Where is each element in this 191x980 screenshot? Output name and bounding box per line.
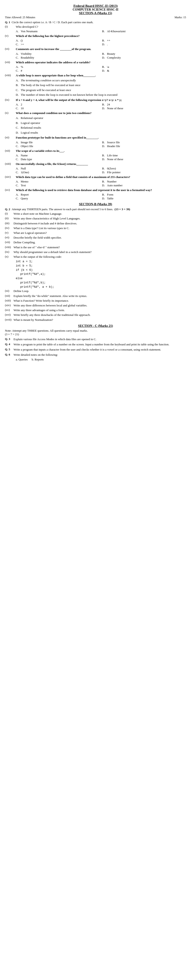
- option-b: B.Beauty: [102, 52, 186, 56]
- header-meta: Time Allowed: 25 Minutes Marks: 15: [5, 16, 186, 19]
- q4-num: Q. 4: [5, 342, 14, 346]
- q1-viii-num: (viii): [5, 73, 16, 77]
- q4-block: Q. 4 Write a program to print the table …: [5, 342, 186, 347]
- note-block: Note: Attempt any THREE questions. All q…: [5, 329, 186, 336]
- option-c: C.#: [16, 69, 100, 73]
- q1-vi-num: (vi): [5, 47, 16, 51]
- page-container: Federal Board HSSC-II (2013) COMPUTER SC…: [5, 4, 186, 361]
- q6-sub-options: a. Queries b. Reports: [16, 358, 186, 361]
- q1-label: Q. 1 Circle the correct option i.e. A / …: [5, 21, 186, 24]
- option-a: A.%: [16, 65, 100, 69]
- option-c: C.1(One): [16, 170, 100, 174]
- q1-xi-text: Function prototype for built-in function…: [16, 135, 186, 140]
- q1-xv-num: (xv): [5, 188, 16, 192]
- q2-xi-text: Define Loop.: [14, 289, 186, 293]
- q1-part-xv: (xv) Which of the following is used to r…: [5, 188, 186, 200]
- q1-xii-text: The scope of a variable refers to its___…: [16, 149, 186, 153]
- option-b: B.Al-Khuwarizmi: [102, 30, 186, 33]
- q2-label: Q. 2 Attempt any THIRTEEN parts. The ans…: [5, 207, 186, 211]
- q2-part-i: (i) Write a short note on Machine Langua…: [5, 212, 186, 216]
- option-d: D.Complexity: [102, 56, 186, 59]
- q1-part-xiii: (xiii) On successfully closing a file, t…: [5, 162, 186, 174]
- q1-xi-num: (xi): [5, 135, 16, 139]
- option-a: A.Von Neumann: [16, 30, 100, 33]
- note-text: Note: Attempt any THREE questions. All q…: [5, 329, 88, 332]
- section-c-heading: SECTION - C (Marks 21): [5, 324, 186, 328]
- option-a: A.Name: [16, 154, 100, 157]
- option-c: C.Readability: [16, 56, 100, 59]
- header: Federal Board HSSC-II (2013) COMPUTER SC…: [5, 4, 186, 19]
- option-a: A.Memo: [16, 180, 100, 183]
- q1-x-num: (x): [5, 111, 16, 115]
- option-c: C.10: [16, 107, 100, 110]
- q1-xiii-text: On successfully closing a file, the fclo…: [16, 162, 186, 166]
- option-b: B.24: [102, 103, 186, 107]
- q1-x-text: What does a compound condition use to jo…: [16, 111, 186, 115]
- marks-label: Marks: 15: [175, 16, 186, 19]
- q2-part-v: (v) What are Logical operators?: [5, 231, 186, 235]
- q1-part-viii: (viii) A while loop is more appropriate …: [5, 73, 186, 97]
- q1-part-x: (x) What does a compound condition use t…: [5, 111, 186, 135]
- q2-xi-num: (xi): [5, 289, 14, 293]
- option-c: C.Object file: [16, 145, 100, 148]
- option-c: C.Text: [16, 184, 100, 187]
- q2-xvii-num: (xvii): [5, 318, 14, 321]
- q2-iii-num: (iii): [5, 221, 14, 225]
- q5-block: Q. 5 Write a program that inputs a chara…: [5, 348, 186, 352]
- q4-text: Write a program to print the table of a …: [14, 342, 186, 347]
- code-line-4: printf("%d",a);: [16, 272, 186, 277]
- q2-xv-text: Write any three advantages of using a fo…: [14, 308, 186, 312]
- code-line-2: int b = 5;: [16, 264, 186, 268]
- q2-iv-text: What is a Data type? List its various ty…: [14, 226, 186, 230]
- q2-ix-text: Why should programmer use a default labe…: [14, 250, 186, 254]
- option-b: B.Source file: [102, 141, 186, 144]
- q2-part-xv: (xv) Write any three advantages of using…: [5, 308, 186, 312]
- q1-part-vi: (vi) Comments are used to increase the _…: [5, 47, 186, 59]
- q6-a-text: Queries: [19, 358, 27, 361]
- option-d: D.Header file: [102, 145, 186, 148]
- q1-i-num: (i): [5, 25, 16, 29]
- q2-part-iv: (iv) What is a Data type? List its vario…: [5, 226, 186, 230]
- q3-num: Q. 3: [5, 337, 14, 341]
- q2-xiii-text: What is Function? Write briefly its impo…: [14, 299, 186, 303]
- option-b: B.0(Zero): [102, 167, 186, 170]
- q1-v-text: Which of the following has the highest p…: [16, 34, 186, 38]
- q2-vi-num: (vi): [5, 235, 14, 239]
- option-c: C.Data type: [16, 158, 100, 161]
- q2-ii-text: Write any three characteristics of High …: [14, 216, 186, 221]
- q1-part-xiv: (xiv) Which data type can be used to def…: [5, 175, 186, 187]
- note-marks: (3 × 7 = 21): [5, 332, 19, 336]
- option-b: B.++: [102, 39, 186, 42]
- q6-b-label: b.: [32, 358, 34, 361]
- option-a: A.Report: [16, 193, 100, 196]
- q2-part-xiii: (xiii) What is Function? Write briefly i…: [5, 299, 186, 303]
- option-c: C.Query: [16, 197, 100, 200]
- q2-part-x: (x) What is the output of the following …: [5, 255, 186, 259]
- option-d: D.The number of times the loop is execut…: [16, 92, 186, 97]
- q1-part-v: (v) Which of the following has the highe…: [5, 34, 186, 46]
- q2-part-ii: (ii) Write any three characteristics of …: [5, 216, 186, 221]
- option-d: D.File pointer: [102, 170, 186, 174]
- option-b: B.Life time: [102, 154, 186, 157]
- option-d: D.&: [102, 69, 186, 73]
- q3-text: Explain various file Access Modes in whi…: [14, 337, 186, 341]
- option-a: A.(): [16, 39, 100, 42]
- q2-vii-text: Define Compiling.: [14, 240, 186, 245]
- option-d: D..: [102, 43, 186, 46]
- option-b: B.\a: [102, 65, 186, 69]
- q6-sub-a: a. Queries: [16, 358, 28, 361]
- q2-part-xiv: (xiv) Write any three differences betwee…: [5, 304, 186, 307]
- option-b: B.Form: [102, 193, 186, 196]
- q1-part-vii: (vii) Which address operator indicates t…: [5, 60, 186, 73]
- section-b-heading: SECTION-B (Marks 39): [5, 202, 186, 206]
- option-d: D.None of these: [102, 158, 186, 161]
- q2-part-viii: (viii) What is the use of " else-if " st…: [5, 245, 186, 250]
- q2-xii-text: Explain briefly the "do-while" statement…: [14, 294, 186, 298]
- q2-vii-num: (vii): [5, 240, 14, 244]
- q2-part-xi: (xi) Define Loop.: [5, 289, 186, 293]
- option-d: D.Table: [102, 197, 186, 200]
- q1-part-ix: (ix) If x = 6 and y = 4, what will be th…: [5, 98, 186, 110]
- option-b: B.Logical operator: [16, 121, 186, 125]
- header-title-main: Federal Board HSSC-II (2013): [5, 4, 186, 8]
- option-d: D.Auto number: [102, 184, 186, 187]
